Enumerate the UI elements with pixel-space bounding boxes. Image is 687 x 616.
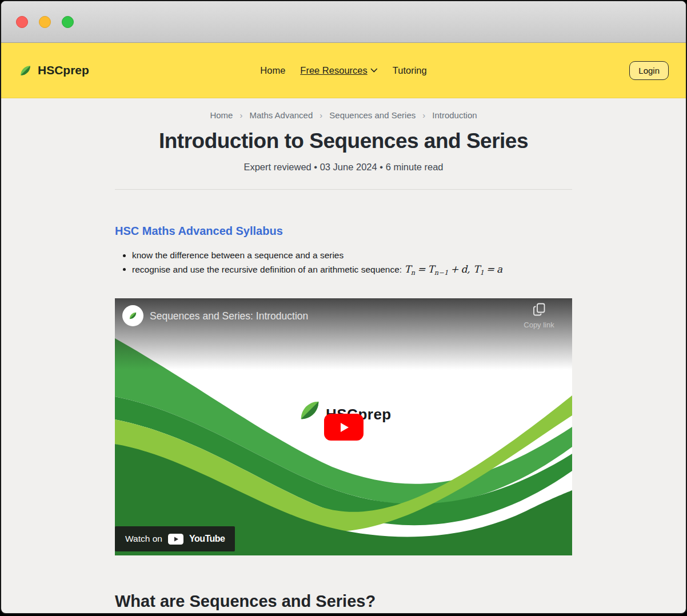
syllabus-item-text: recognise and use the recursive definiti… [132,265,402,274]
nav-free-resources-label: Free Resources [300,65,367,76]
chevron-down-icon [371,68,378,73]
youtube-play-icon [168,534,183,545]
breadcrumb-separator: › [319,110,322,120]
main-nav: Home Free Resources Tutoring [260,65,426,76]
breadcrumb-current: Introduction [432,110,477,120]
syllabus-item: know the difference between a sequence a… [115,249,572,262]
breadcrumb-separator: › [239,110,242,120]
video-title-link[interactable]: Sequences and Series: Introduction [150,310,308,322]
breadcrumb: Home › Maths Advanced › Sequences and Se… [115,110,572,120]
watch-on-youtube-button[interactable]: Watch on YouTube [115,526,235,551]
site-header: HSCprep Home Free Resources Tutoring Log… [1,43,686,98]
brand-logo[interactable]: HSCprep [18,63,89,78]
nav-free-resources[interactable]: Free Resources [300,65,377,76]
zoom-button[interactable] [62,16,74,28]
page-title: Introduction to Sequences and Series [115,129,572,153]
syllabus-heading: HSC Maths Advanced Syllabus [115,225,572,238]
app-window: HSCprep Home Free Resources Tutoring Log… [0,0,687,614]
divider [115,189,572,190]
youtube-wordmark: YouTube [189,534,225,544]
channel-avatar[interactable] [122,305,143,326]
video-top-gradient: Sequences and Series: Introduction Copy … [115,298,572,370]
syllabus-list: know the difference between a sequence a… [115,249,572,279]
breadcrumb-sequences-and-series[interactable]: Sequences and Series [329,110,416,120]
close-button[interactable] [16,16,28,28]
breadcrumb-separator: › [422,110,425,120]
next-section-heading: What are Sequences and Series? [115,592,572,611]
watch-on-label: Watch on [125,534,162,544]
brand-name: HSCprep [38,63,89,77]
thumbnail-leaf-icon [297,395,323,425]
copy-link-button[interactable]: Copy link [517,303,561,329]
syllabus-item-text: know the difference between a sequence a… [132,250,344,260]
nav-tutoring[interactable]: Tutoring [393,65,427,76]
nav-home[interactable]: Home [260,65,285,76]
article-meta: Expert reviewed • 03 June 2024 • 6 minut… [115,162,572,173]
window-titlebar [1,1,686,43]
login-button[interactable]: Login [629,61,669,80]
copy-icon [533,303,545,316]
syllabus-item: recognise and use the recursive definiti… [115,262,572,279]
channel-leaf-icon [128,310,138,321]
arithmetic-sequence-formula: Tn=Tn−1+d, T1=a [404,263,502,275]
minimize-button[interactable] [39,16,51,28]
copy-link-label: Copy link [524,321,554,329]
leaf-logo-icon [18,63,33,78]
breadcrumb-home[interactable]: Home [210,110,233,120]
play-button[interactable] [324,414,364,441]
play-icon [337,421,351,434]
breadcrumb-maths-advanced[interactable]: Maths Advanced [249,110,313,120]
video-player[interactable]: HSCprep Sequences and Series: Introducti… [115,298,572,555]
article-content: Home › Maths Advanced › Sequences and Se… [115,110,572,611]
